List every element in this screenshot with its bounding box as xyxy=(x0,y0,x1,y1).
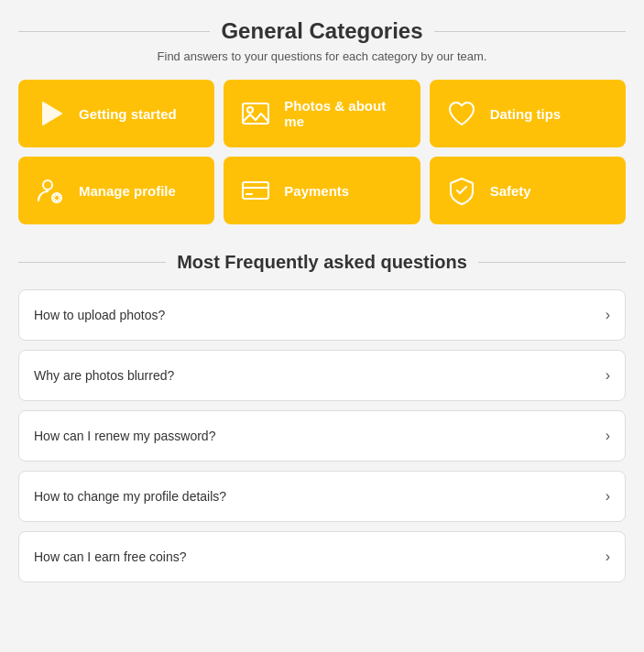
faq-list: How to upload photos? › Why are photos b… xyxy=(18,289,626,582)
faq-item-1[interactable]: Why are photos blurred? › xyxy=(18,350,626,401)
category-label-getting-started: Getting started xyxy=(79,106,177,122)
category-card-safety[interactable]: Safety xyxy=(430,157,626,224)
credit-card-icon xyxy=(238,173,273,208)
section-title: General Categories xyxy=(221,18,422,44)
main-container: General Categories Find answers to your … xyxy=(18,18,626,634)
category-card-dating-tips[interactable]: Dating tips xyxy=(430,80,626,147)
faq-header: Most Frequently asked questions xyxy=(18,252,626,273)
faq-item-4[interactable]: How can I earn free coins? › xyxy=(18,531,626,582)
category-grid: Getting started Photos & about me Dating… xyxy=(18,80,626,224)
category-label-dating-tips: Dating tips xyxy=(490,106,562,122)
play-icon xyxy=(33,96,68,131)
category-label-payments: Payments xyxy=(284,183,349,199)
category-card-getting-started[interactable]: Getting started xyxy=(18,80,214,147)
faq-item-2[interactable]: How can I renew my password? › xyxy=(18,410,626,462)
faq-question-2: How can I renew my password? xyxy=(34,429,215,443)
svg-line-9 xyxy=(54,195,56,197)
chevron-right-icon-0: › xyxy=(606,307,610,323)
svg-marker-0 xyxy=(43,103,61,125)
image-icon xyxy=(238,96,273,131)
faq-question-1: Why are photos blurred? xyxy=(34,368,174,383)
header-line-right xyxy=(434,31,626,32)
faq-question-3: How to change my profile details? xyxy=(34,489,226,504)
category-label-safety: Safety xyxy=(490,183,531,199)
svg-point-3 xyxy=(43,180,52,190)
category-label-photos: Photos & about me xyxy=(284,98,405,129)
faq-question-4: How can I earn free coins? xyxy=(34,549,187,564)
svg-line-10 xyxy=(59,200,60,201)
svg-line-12 xyxy=(54,200,56,201)
faq-question-0: How to upload photos? xyxy=(34,308,165,322)
faq-line-right xyxy=(478,262,626,263)
faq-line-left xyxy=(18,262,166,263)
category-card-photos-about-me[interactable]: Photos & about me xyxy=(224,80,420,147)
faq-item-0[interactable]: How to upload photos? › xyxy=(18,289,626,341)
section-subtitle: Find answers to your questions for each … xyxy=(18,49,626,63)
category-card-manage-profile[interactable]: Manage profile xyxy=(18,157,214,224)
svg-point-2 xyxy=(247,107,253,113)
faq-item-3[interactable]: How to change my profile details? › xyxy=(18,471,626,522)
category-label-manage-profile: Manage profile xyxy=(79,183,176,199)
chevron-right-icon-4: › xyxy=(606,549,610,565)
header-line-left xyxy=(18,31,210,32)
category-card-payments[interactable]: Payments xyxy=(224,157,420,224)
chevron-right-icon-1: › xyxy=(606,367,610,384)
chevron-right-icon-2: › xyxy=(606,428,610,444)
chevron-right-icon-3: › xyxy=(606,488,610,505)
svg-line-11 xyxy=(59,195,60,197)
svg-rect-13 xyxy=(243,182,268,199)
heart-icon xyxy=(444,96,479,131)
section-header: General Categories xyxy=(18,18,626,44)
faq-title: Most Frequently asked questions xyxy=(177,252,467,273)
user-settings-icon xyxy=(33,173,68,208)
shield-icon xyxy=(444,173,479,208)
